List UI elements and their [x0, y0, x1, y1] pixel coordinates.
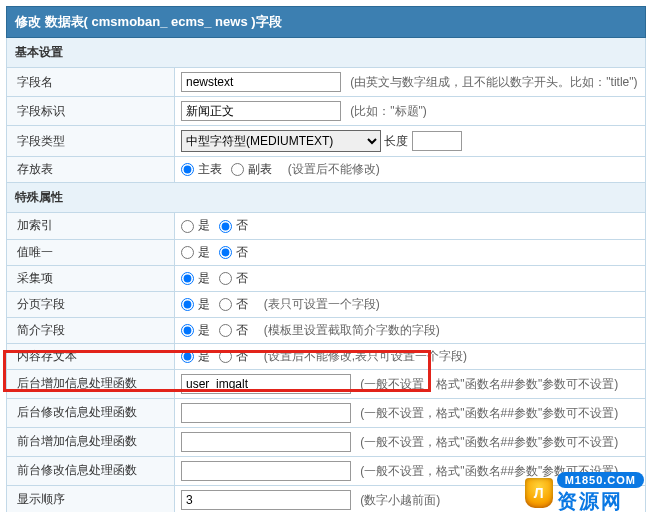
length-label: 长度	[384, 134, 408, 148]
label-be-edit-fn: 后台修改信息处理函数	[7, 398, 175, 427]
form-table-special: 加索引 是 否 值唯一 是 否 采集项 是 否 分页字段 是 否	[6, 213, 646, 512]
unique-no-radio[interactable]	[219, 246, 232, 259]
label-field-label: 字段标识	[7, 97, 175, 126]
collect-no-radio[interactable]	[219, 272, 232, 285]
label-fe-edit-fn: 前台修改信息处理函数	[7, 456, 175, 485]
label-be-add-fn: 后台增加信息处理函数	[7, 369, 175, 398]
section-basic: 基本设置	[6, 38, 646, 68]
hint-field-label: (比如："标题")	[350, 104, 427, 118]
hint-be-edit-fn: (一般不设置，格式"函数名##参数"参数可不设置)	[360, 406, 618, 420]
label-intro: 简介字段	[7, 317, 175, 343]
hint-paging: (表只可设置一个字段)	[264, 297, 380, 311]
content-no-radio[interactable]	[219, 350, 232, 363]
label-order: 显示顺序	[7, 485, 175, 512]
label-field-type: 字段类型	[7, 126, 175, 157]
page-title: 修改 数据表( cmsmoban_ ecms_ news )字段	[6, 6, 646, 38]
logo-text: 资源网	[557, 488, 644, 513]
length-input[interactable]	[412, 131, 462, 151]
paging-no-radio[interactable]	[219, 298, 232, 311]
addindex-yes-radio[interactable]	[181, 220, 194, 233]
label-unique: 值唯一	[7, 239, 175, 265]
site-watermark: Л M1850.COM 资源网	[525, 472, 644, 513]
label-fe-add-fn: 前台增加信息处理函数	[7, 427, 175, 456]
shield-icon: Л	[525, 478, 553, 508]
hint-intro: (模板里设置截取简介字数的字段)	[264, 323, 440, 337]
hint-storage: (设置后不能修改)	[288, 162, 380, 176]
section-special: 特殊属性	[6, 183, 646, 213]
paging-yes-radio[interactable]	[181, 298, 194, 311]
hint-order: (数字小越前面)	[360, 493, 440, 507]
hint-content: (设置后不能修改,表只可设置一个字段)	[264, 349, 467, 363]
label-paging: 分页字段	[7, 291, 175, 317]
be-add-fn-input[interactable]	[181, 374, 351, 394]
label-add-index: 加索引	[7, 213, 175, 239]
form-table: 字段名 (由英文与数字组成，且不能以数字开头。比如："title") 字段标识 …	[6, 68, 646, 183]
fe-edit-fn-input[interactable]	[181, 461, 351, 481]
unique-yes-radio[interactable]	[181, 246, 194, 259]
collect-yes-radio[interactable]	[181, 272, 194, 285]
label-field-name: 字段名	[7, 68, 175, 97]
intro-no-radio[interactable]	[219, 324, 232, 337]
fe-add-fn-input[interactable]	[181, 432, 351, 452]
field-label-input[interactable]	[181, 101, 341, 121]
content-yes-radio[interactable]	[181, 350, 194, 363]
storage-side-label: 副表	[248, 162, 272, 176]
field-type-select[interactable]: 中型字符型(MEDIUMTEXT)	[181, 130, 381, 152]
intro-yes-radio[interactable]	[181, 324, 194, 337]
hint-fe-add-fn: (一般不设置，格式"函数名##参数"参数可不设置)	[360, 435, 618, 449]
field-name-input[interactable]	[181, 72, 341, 92]
logo-badge: M1850.COM	[557, 472, 644, 488]
hint-field-name: (由英文与数字组成，且不能以数字开头。比如："title")	[350, 75, 637, 89]
label-storage: 存放表	[7, 157, 175, 183]
label-collect: 采集项	[7, 265, 175, 291]
storage-main-label: 主表	[198, 162, 222, 176]
storage-main-radio[interactable]	[181, 163, 194, 176]
storage-side-radio[interactable]	[231, 163, 244, 176]
label-content: 内容存文本	[7, 343, 175, 369]
be-edit-fn-input[interactable]	[181, 403, 351, 423]
hint-be-add-fn: (一般不设置，格式"函数名##参数"参数可不设置)	[360, 377, 618, 391]
addindex-no-radio[interactable]	[219, 220, 232, 233]
order-input[interactable]	[181, 490, 351, 510]
